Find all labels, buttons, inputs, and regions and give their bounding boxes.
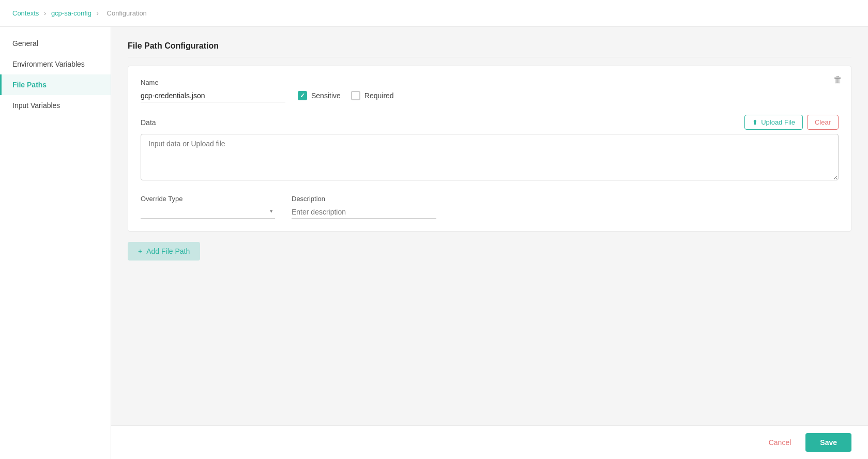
sidebar-item-environment-variables[interactable]: Environment Variables	[0, 54, 111, 74]
breadcrumb: Contexts › gcp-sa-config › Configuration	[0, 0, 868, 27]
bottom-row: Override Type ▾ Description	[141, 195, 839, 219]
data-section: Data ⬆ Upload File Clear	[141, 115, 839, 182]
name-label: Name	[141, 79, 285, 86]
override-type-select[interactable]	[141, 206, 275, 219]
plus-icon: +	[138, 247, 142, 255]
override-type-select-wrapper: ▾	[141, 206, 275, 219]
sensitive-checkbox-box[interactable]	[298, 91, 307, 100]
upload-file-button[interactable]: ⬆ Upload File	[744, 115, 803, 130]
footer: Cancel Save	[111, 425, 868, 459]
save-button[interactable]: Save	[805, 433, 851, 452]
trash-icon: 🗑	[833, 74, 843, 85]
override-type-field-group: Override Type ▾	[141, 195, 275, 219]
delete-card-button[interactable]: 🗑	[833, 74, 843, 85]
description-field-group: Description	[292, 195, 436, 219]
required-checkbox-box[interactable]	[351, 91, 360, 100]
sidebar-item-general[interactable]: General	[0, 33, 111, 54]
data-label: Data	[141, 118, 156, 127]
required-checkbox-item[interactable]: Required	[351, 91, 394, 100]
sensitive-label: Sensitive	[311, 91, 341, 100]
data-header: Data ⬆ Upload File Clear	[141, 115, 839, 130]
name-field-group: Name	[141, 79, 285, 102]
upload-icon: ⬆	[752, 118, 758, 126]
add-file-path-label: Add File Path	[146, 247, 190, 255]
name-input[interactable]	[141, 89, 285, 102]
override-type-label: Override Type	[141, 195, 275, 203]
upload-file-label: Upload File	[761, 118, 795, 126]
clear-label: Clear	[815, 118, 831, 126]
add-file-path-button[interactable]: + Add File Path	[128, 242, 200, 261]
checkbox-group: Sensitive Required	[298, 91, 394, 102]
description-input[interactable]	[292, 206, 436, 219]
description-label: Description	[292, 195, 436, 203]
data-actions: ⬆ Upload File Clear	[744, 115, 839, 130]
name-row: Name Sensitive Required	[141, 79, 839, 102]
sidebar-item-input-variables[interactable]: Input Variables	[0, 95, 111, 116]
data-textarea[interactable]	[141, 134, 839, 180]
file-path-card: 🗑 Name Sensitive Required	[128, 66, 851, 232]
breadcrumb-contexts[interactable]: Contexts	[12, 9, 39, 17]
required-label: Required	[364, 91, 394, 100]
cancel-button[interactable]: Cancel	[763, 434, 798, 451]
sidebar: General Environment Variables File Paths…	[0, 27, 111, 459]
breadcrumb-config[interactable]: gcp-sa-config	[51, 9, 92, 17]
main-content: File Path Configuration 🗑 Name Sensitive	[111, 27, 868, 459]
breadcrumb-page: Configuration	[107, 9, 147, 17]
sidebar-item-file-paths[interactable]: File Paths	[0, 74, 111, 95]
sensitive-checkbox-item[interactable]: Sensitive	[298, 91, 341, 100]
section-title: File Path Configuration	[128, 41, 851, 57]
clear-button[interactable]: Clear	[807, 115, 839, 130]
